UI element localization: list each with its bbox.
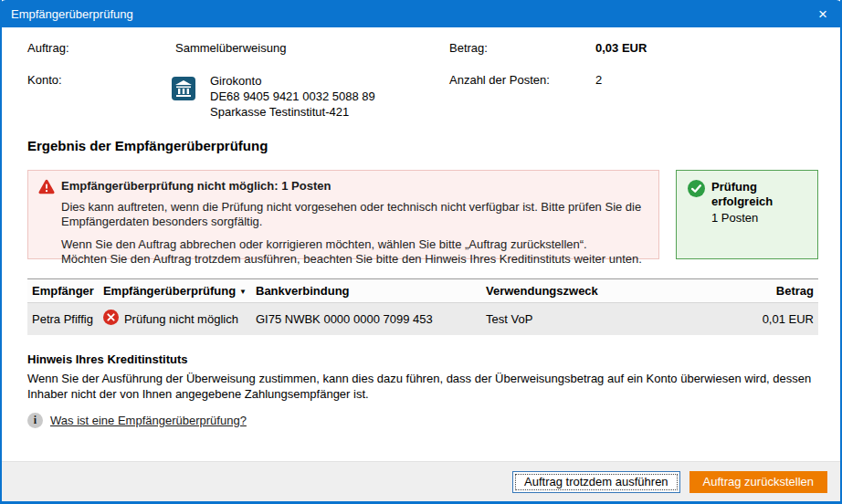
auftrag-value: Sammelüberweisung [175, 41, 286, 55]
header-pruefung[interactable]: Empfängerüberprüfung▼ [99, 279, 251, 303]
header-empfaenger[interactable]: Empfänger [27, 279, 99, 303]
warning-panel: Empfängerüberprüfung nicht möglich: 1 Po… [27, 170, 659, 259]
success-title: Prüfung erfolgreich [711, 180, 808, 209]
cell-bankverbindung: GI75 NWBK 0000 0000 7099 453 [251, 303, 481, 335]
bank-icon [172, 77, 195, 104]
defer-order-button[interactable]: Auftrag zurückstellen [689, 471, 827, 493]
konto-iban: DE68 9405 9421 0032 5088 89 [210, 89, 375, 104]
konto-name: Girokonto [210, 73, 375, 89]
success-subtitle: 1 Posten [711, 209, 808, 227]
konto-bank: Sparkasse Testinstitut-421 [210, 104, 375, 120]
konto-details: Girokonto DE68 9405 9421 0032 5088 89 Sp… [210, 73, 375, 120]
status-text: Prüfung nicht möglich [124, 312, 238, 326]
header-bankverbindung[interactable]: Bankverbindung [251, 279, 481, 303]
error-icon [103, 310, 119, 328]
success-panel: Prüfung erfolgreich 1 Posten [676, 170, 818, 259]
betrag-value: 0,03 EUR [595, 41, 647, 55]
posten-label: Anzahl der Posten: [449, 73, 550, 87]
posten-value: 2 [595, 73, 602, 87]
sort-desc-icon[interactable]: ▼ [239, 288, 247, 296]
table-header-row: Empfänger Empfängerüberprüfung▼ Bankverb… [27, 279, 818, 303]
warning-icon [38, 179, 55, 197]
result-heading: Ergebnis der Empfängerüberprüfung [27, 138, 268, 153]
table-row[interactable]: Petra Pfiffig Prüfung nicht möglich GI75… [27, 303, 818, 335]
what-is-verification-link[interactable]: Was ist eine Empfängerüberprüfung? [50, 414, 247, 427]
dialog-title: Empfängerüberprüfung [11, 7, 133, 21]
header-betrag[interactable]: Betrag [745, 279, 818, 303]
header-verwendungszweck[interactable]: Verwendungszweck [481, 279, 745, 303]
warning-paragraph-3: Möchten Sie den Auftrag trotzdem ausführ… [61, 252, 647, 267]
info-icon: i [27, 413, 43, 428]
warning-paragraph-2: Wenn Sie den Auftrag abbrechen oder korr… [61, 237, 647, 252]
cell-empfaenger: Petra Pfiffig [27, 303, 99, 335]
close-icon[interactable]: × [815, 6, 831, 22]
warning-title: Empfängerüberprüfung nicht möglich: 1 Po… [61, 179, 647, 193]
success-check-icon [688, 180, 705, 200]
cell-betrag: 0,01 EUR [745, 303, 818, 335]
auftrag-label: Auftrag: [27, 41, 69, 55]
konto-label: Konto: [27, 73, 62, 87]
footer-bar: Auftrag trotzdem ausführen Auftrag zurüc… [2, 461, 840, 501]
execute-anyway-button[interactable]: Auftrag trotzdem ausführen [512, 471, 680, 493]
warning-paragraph-1: Dies kann auftreten, wenn die Prüfung ni… [61, 200, 664, 229]
title-bar: Empfängerüberprüfung × [0, 0, 842, 27]
hint-text: Wenn Sie der Ausführung der Überweisung … [27, 372, 824, 402]
hint-heading: Hinweis Ihres Kreditinstituts [27, 352, 188, 366]
betrag-label: Betrag: [449, 41, 488, 55]
cell-pruefung: Prüfung nicht möglich [99, 303, 251, 335]
recipient-verification-dialog: Empfängerüberprüfung × Auftrag: Sammelüb… [0, 0, 842, 504]
help-row: i Was ist eine Empfängerüberprüfung? [27, 413, 247, 428]
cell-verwendungszweck: Test VoP [481, 303, 745, 335]
results-table: Empfänger Empfängerüberprüfung▼ Bankverb… [27, 278, 818, 335]
